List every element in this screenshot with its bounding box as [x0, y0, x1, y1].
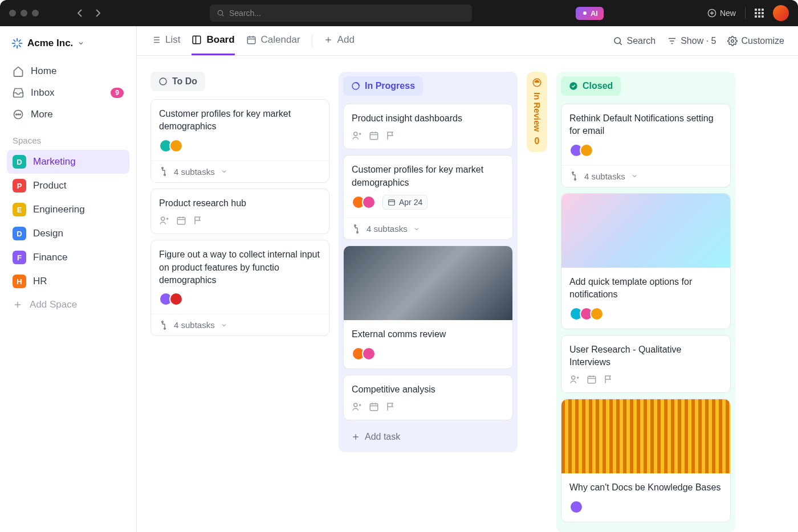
svg-rect-21	[389, 200, 395, 205]
board-icon	[192, 35, 202, 45]
date-icon[interactable]	[176, 215, 186, 226]
add-view-label: Add	[337, 34, 355, 46]
subtask-icon	[159, 167, 168, 176]
flag-icon[interactable]	[193, 215, 203, 226]
card-subtasks[interactable]: 4 subtasks	[151, 161, 329, 182]
view-tab-board[interactable]: Board	[192, 26, 234, 55]
assignee-icon[interactable]	[352, 402, 362, 412]
more-icon	[13, 109, 24, 120]
list-icon	[150, 35, 161, 45]
svg-point-30	[572, 376, 575, 379]
maximize-window[interactable]	[32, 10, 39, 17]
flag-icon[interactable]	[604, 374, 614, 384]
sidebar-item-inbox[interactable]: Inbox 9	[7, 82, 129, 104]
plus-circle-icon	[707, 9, 716, 18]
svg-rect-31	[588, 377, 596, 383]
space-icon: P	[13, 179, 26, 193]
column-header-todo[interactable]: To Do	[150, 72, 205, 91]
space-label: HR	[33, 276, 47, 287]
column-title: Closed	[583, 81, 613, 91]
toolbar-label: Show · 5	[681, 36, 716, 46]
space-item-product[interactable]: PProduct	[7, 174, 129, 198]
task-card[interactable]: Why can't Docs be Knowledge Bases	[561, 399, 731, 522]
task-card[interactable]: Customer profiles for key market demogra…	[343, 155, 513, 240]
date-icon[interactable]	[369, 130, 379, 141]
assignees[interactable]	[569, 144, 593, 157]
sidebar-item-home[interactable]: Home	[7, 60, 129, 82]
task-card[interactable]: Customer profiles for key market demogra…	[150, 99, 329, 183]
subtask-count: 4 subtasks	[174, 167, 215, 177]
ai-button[interactable]: AI	[576, 7, 604, 20]
assignee-icon[interactable]	[159, 215, 169, 226]
task-card[interactable]: Figure out a way to collect internal inp…	[150, 240, 329, 336]
column-header-progress[interactable]: In Progress	[343, 76, 423, 96]
avatar	[580, 144, 593, 157]
add-task-button[interactable]: Add task	[343, 426, 513, 448]
card-title: Customer profiles for key market demogra…	[352, 163, 504, 189]
assignees[interactable]	[159, 292, 183, 306]
content: List Board Calendar Add Search	[137, 26, 798, 532]
new-button[interactable]: New	[707, 9, 736, 18]
task-card[interactable]: Product insight dashboards	[343, 104, 513, 149]
card-title: Add quick template options for notificat…	[569, 276, 722, 301]
plus-icon	[13, 300, 23, 310]
flag-icon[interactable]	[386, 402, 396, 412]
space-item-marketing[interactable]: DMarketing	[7, 150, 129, 174]
assignees[interactable]	[352, 347, 376, 361]
assignees[interactable]	[352, 195, 376, 209]
assignees[interactable]	[569, 307, 604, 321]
nav-back[interactable]	[72, 5, 88, 21]
close-window[interactable]	[9, 10, 16, 17]
space-icon: H	[13, 275, 26, 288]
space-item-engineering[interactable]: EEngineering	[7, 198, 129, 222]
space-item-hr[interactable]: HHR	[7, 269, 129, 293]
space-item-design[interactable]: DDesign	[7, 222, 129, 245]
card-subtasks[interactable]: 4 subtasks	[344, 218, 512, 239]
task-card[interactable]: Competitive analysis	[343, 375, 513, 420]
add-view-button[interactable]: Add	[324, 26, 355, 55]
card-meta: Apr 24	[352, 195, 504, 210]
user-avatar[interactable]	[773, 5, 789, 21]
task-card[interactable]: Product research hub	[150, 189, 329, 234]
card-subtasks[interactable]: 4 subtasks	[151, 314, 329, 335]
review-count: 0	[535, 136, 540, 146]
svg-point-6	[20, 114, 21, 115]
new-label: New	[720, 9, 736, 18]
assignees[interactable]	[159, 139, 183, 153]
global-search[interactable]: Search...	[210, 5, 472, 22]
toolbar-customize[interactable]: Customize	[727, 36, 784, 46]
space-label: Design	[33, 228, 63, 239]
sidebar-label: Home	[31, 66, 56, 77]
assignee-icon[interactable]	[569, 374, 580, 384]
space-item-finance[interactable]: FFinance	[7, 245, 129, 269]
add-space-button[interactable]: Add Space	[7, 293, 129, 316]
workspace-picker[interactable]: Acme Inc.	[7, 34, 129, 52]
task-card[interactable]: Add quick template options for notificat…	[561, 193, 731, 329]
svg-point-5	[18, 114, 19, 115]
minimize-window[interactable]	[21, 10, 27, 17]
column-header-closed[interactable]: Closed	[561, 76, 621, 96]
due-date[interactable]: Apr 24	[382, 195, 427, 210]
card-subtasks[interactable]: 4 subtasks	[561, 165, 730, 187]
task-card[interactable]: User Research - Qualitative Interviews	[561, 335, 731, 394]
calendar-icon	[246, 35, 256, 45]
assignees[interactable]	[569, 500, 583, 514]
assignee-icon[interactable]	[352, 130, 362, 141]
task-card[interactable]: Rethink Default Notifications setting fo…	[561, 104, 731, 187]
sidebar-item-more[interactable]: More	[7, 104, 129, 125]
task-card[interactable]: External comms review	[343, 245, 513, 369]
toolbar-show[interactable]: Show · 5	[667, 36, 716, 46]
subtask-count: 4 subtasks	[367, 224, 408, 234]
flag-icon[interactable]	[386, 130, 396, 141]
circle-icon	[158, 77, 168, 86]
view-tab-list[interactable]: List	[150, 26, 180, 55]
date-icon[interactable]	[587, 374, 597, 384]
column-in-progress: In Progress Product insight dashboards C…	[339, 72, 518, 452]
column-in-review[interactable]: In Review 0	[527, 72, 547, 152]
toolbar-search[interactable]: Search	[613, 36, 656, 46]
board: To Do Customer profiles for key market d…	[137, 56, 798, 532]
date-icon[interactable]	[369, 402, 379, 412]
apps-menu[interactable]	[755, 9, 764, 18]
nav-forward[interactable]	[90, 5, 106, 21]
view-tab-calendar[interactable]: Calendar	[246, 26, 300, 55]
